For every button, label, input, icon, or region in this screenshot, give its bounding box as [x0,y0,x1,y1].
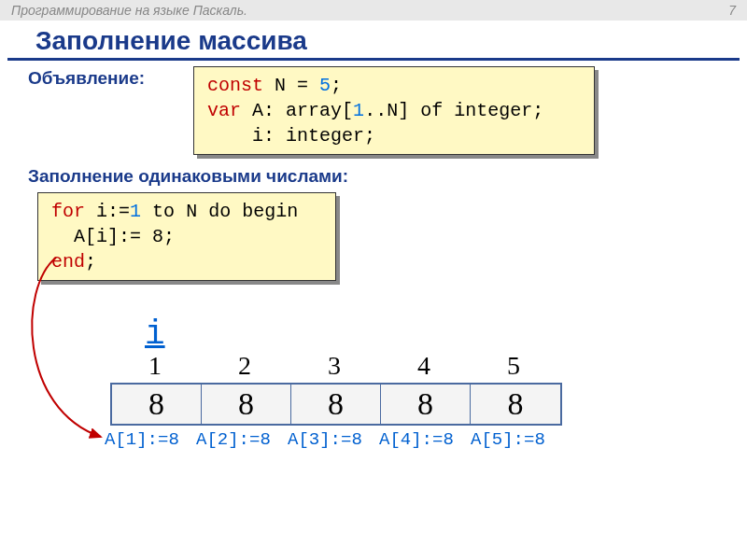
slide-title: Заполнение массива [7,21,740,61]
page-number: 7 [728,3,736,18]
index-cell: 4 [379,351,469,381]
array-cell: 8 [381,385,471,424]
kw-for: for [51,201,85,222]
assignment-expr: A[2]:=8 [196,429,288,450]
assignment-row: A[1]:=8 A[2]:=8 A[3]:=8 A[4]:=8 A[5]:=8 [105,429,562,450]
code-declaration: const N = 5; var A: array[1..N] of integ… [193,66,595,155]
kw-const: const [207,75,263,96]
array-cell: 8 [291,385,381,424]
header-title: Программирование на языке Паскаль. [11,3,247,18]
array-cell: 8 [112,385,202,424]
assignment-expr: A[4]:=8 [379,429,471,450]
section-declaration-label: Объявление: [0,66,182,94]
array-visualization: 1 2 3 4 5 8 8 8 8 8 [110,351,558,426]
array-cell: 8 [471,385,560,424]
code-fill-loop: for i:=1 to N do begin A[i]:= 8; end; [37,192,336,281]
kw-end: end [51,251,85,273]
kw-var: var [207,100,241,121]
assignment-expr: A[1]:=8 [105,429,196,450]
index-cell: 3 [289,351,379,381]
section-fill-label: Заполнение одинаковыми числами: [0,164,747,192]
index-cell: 5 [469,351,558,381]
array-cell: 8 [202,385,291,424]
assignment-expr: A[3]:=8 [288,429,379,450]
loop-variable-i: i [145,315,165,354]
array-cells: 8 8 8 8 8 [110,383,562,426]
header-bar: Программирование на языке Паскаль. 7 [0,0,747,21]
index-cell: 2 [200,351,289,381]
index-cell: 1 [110,351,200,381]
array-indices: 1 2 3 4 5 [110,351,558,381]
assignment-expr: A[5]:=8 [471,429,562,450]
